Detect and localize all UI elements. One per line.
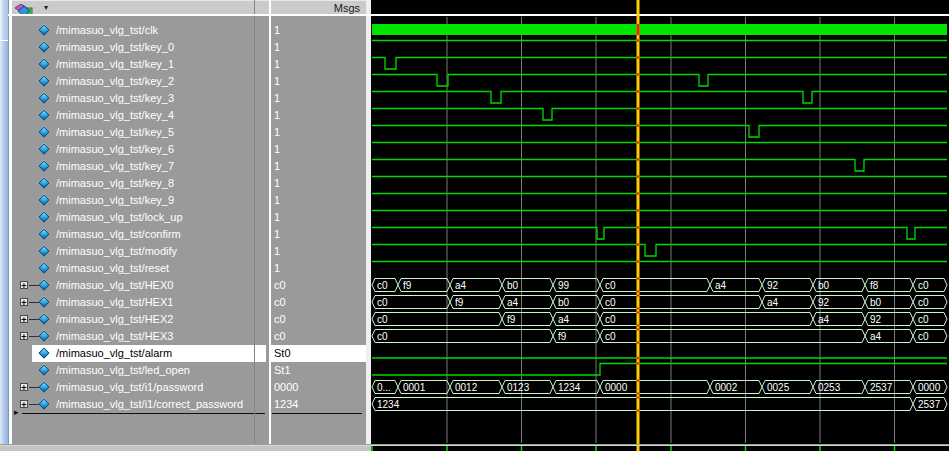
- signal-row-password[interactable]: +/mimasuo_vlg_tst/i1/password: [12, 379, 266, 396]
- signal-diamond-icon: [38, 109, 49, 120]
- signal-name: /mimasuo_vlg_tst/key_8: [56, 175, 174, 192]
- signal-row-correct_password[interactable]: +/mimasuo_vlg_tst/i1/correct_password: [12, 396, 266, 413]
- signal-value-reset: 1: [271, 260, 366, 277]
- signal-name: /mimasuo_vlg_tst/clk: [56, 22, 158, 39]
- signal-row-key_9[interactable]: /mimasuo_vlg_tst/key_9: [12, 192, 266, 209]
- signal-row-confirm[interactable]: /mimasuo_vlg_tst/confirm: [12, 226, 266, 243]
- signal-name: /mimasuo_vlg_tst/key_7: [56, 158, 174, 175]
- signal-row-key_1[interactable]: /mimasuo_vlg_tst/key_1: [12, 56, 266, 73]
- signal-name: /mimasuo_vlg_tst/HEX1: [56, 294, 173, 311]
- signal-diamond-icon: [38, 279, 49, 290]
- signal-row-key_2[interactable]: /mimasuo_vlg_tst/key_2: [12, 73, 266, 90]
- signal-value-modify: 1: [271, 243, 366, 260]
- signal-row-alarm[interactable]: /mimasuo_vlg_tst/alarm: [12, 345, 266, 362]
- signal-diamond-icon: [38, 245, 49, 256]
- signal-names-panel: /mimasuo_vlg_tst/clk/mimasuo_vlg_tst/key…: [12, 0, 266, 444]
- name-column-divider[interactable]: [254, 0, 255, 444]
- signal-row-key_6[interactable]: /mimasuo_vlg_tst/key_6: [12, 141, 266, 158]
- signal-value-key_5: 1: [271, 124, 366, 141]
- expand-plus-icon[interactable]: +: [20, 383, 28, 391]
- signal-row-key_5[interactable]: /mimasuo_vlg_tst/key_5: [12, 124, 266, 141]
- signal-row-led_open[interactable]: /mimasuo_vlg_tst/led_open: [12, 362, 266, 379]
- signal-row-HEX0[interactable]: +/mimasuo_vlg_tst/HEX0: [12, 277, 266, 294]
- signal-diamond-icon: [38, 92, 49, 103]
- expand-plus-icon[interactable]: +: [20, 400, 28, 408]
- expand-plus-icon[interactable]: +: [20, 315, 28, 323]
- signal-value-led_open: St1: [271, 362, 366, 379]
- signal-row-key_3[interactable]: /mimasuo_vlg_tst/key_3: [12, 90, 266, 107]
- signal-name: /mimasuo_vlg_tst/key_5: [56, 124, 174, 141]
- signal-name: /mimasuo_vlg_tst/key_4: [56, 107, 174, 124]
- signal-row-key_4[interactable]: /mimasuo_vlg_tst/key_4: [12, 107, 266, 124]
- signal-value-key_3: 1: [271, 90, 366, 107]
- signal-name: /mimasuo_vlg_tst/modify: [56, 243, 177, 260]
- signal-name: /mimasuo_vlg_tst/key_2: [56, 73, 174, 90]
- expand-plus-icon[interactable]: +: [20, 298, 28, 306]
- signal-diamond-icon: [38, 330, 49, 341]
- signal-diamond-icon: [38, 296, 49, 307]
- values-column-divider[interactable]: [269, 0, 271, 444]
- wave-panel-divider[interactable]: [366, 0, 371, 444]
- signal-value-clk: 1: [271, 22, 366, 39]
- bottom-left-scrollbar-track[interactable]: [0, 446, 371, 451]
- signal-row-HEX1[interactable]: +/mimasuo_vlg_tst/HEX1: [12, 294, 266, 311]
- insertion-line: [22, 413, 265, 414]
- signal-diamond-icon: [38, 211, 49, 222]
- signal-diamond-icon: [38, 160, 49, 171]
- signal-name: /mimasuo_vlg_tst/HEX2: [56, 311, 173, 328]
- signal-name: /mimasuo_vlg_tst/reset: [56, 260, 169, 277]
- signal-diamond-icon: [38, 228, 49, 239]
- signal-row-lock_up[interactable]: /mimasuo_vlg_tst/lock_up: [12, 209, 266, 226]
- signal-diamond-icon: [38, 126, 49, 137]
- signal-value-confirm: 1: [271, 226, 366, 243]
- wave-window: ▾ Msgs /mimasuo_vlg_tst/clk/mimasuo_vlg_…: [0, 0, 949, 451]
- signal-value-password: 0000: [271, 379, 366, 396]
- signal-name: /mimasuo_vlg_tst/lock_up: [56, 209, 183, 226]
- expand-plus-icon[interactable]: +: [20, 281, 28, 289]
- signal-diamond-icon: [38, 364, 49, 375]
- signal-name: /mimasuo_vlg_tst/confirm: [56, 226, 181, 243]
- signal-value-HEX2: c0: [271, 311, 366, 328]
- signal-row-clk[interactable]: /mimasuo_vlg_tst/clk: [12, 22, 266, 39]
- signal-name: /mimasuo_vlg_tst/key_0: [56, 39, 174, 56]
- signal-diamond-icon: [38, 398, 49, 409]
- header-separator: [8, 14, 949, 16]
- scrollbar-thumb[interactable]: [0, 40, 8, 451]
- signal-value-correct_password: 1234: [271, 396, 366, 413]
- signal-name: /mimasuo_vlg_tst/key_6: [56, 141, 174, 158]
- signal-diamond-icon: [38, 143, 49, 154]
- expand-plus-icon[interactable]: +: [20, 332, 28, 340]
- signal-value-lock_up: 1: [271, 209, 366, 226]
- signal-diamond-icon: [38, 24, 49, 35]
- signal-row-HEX2[interactable]: +/mimasuo_vlg_tst/HEX2: [12, 311, 266, 328]
- signal-row-key_0[interactable]: /mimasuo_vlg_tst/key_0: [12, 39, 266, 56]
- signal-name: /mimasuo_vlg_tst/key_3: [56, 90, 174, 107]
- insertion-line: [272, 413, 362, 414]
- signal-value-key_9: 1: [271, 192, 366, 209]
- signal-diamond-icon: [38, 177, 49, 188]
- signal-diamond-icon: [38, 58, 49, 69]
- signal-value-key_6: 1: [271, 141, 366, 158]
- signal-name: /mimasuo_vlg_tst/HEX0: [56, 277, 173, 294]
- right-triangle-marker: ▸: [14, 407, 19, 418]
- signal-diamond-icon: [38, 381, 49, 392]
- signal-name: /mimasuo_vlg_tst/key_9: [56, 192, 174, 209]
- left-vertical-scrollbar[interactable]: [0, 0, 9, 451]
- signal-name: /mimasuo_vlg_tst/led_open: [56, 362, 190, 379]
- timeline-strip: [371, 446, 949, 451]
- signal-row-key_7[interactable]: /mimasuo_vlg_tst/key_7: [12, 158, 266, 175]
- signal-row-modify[interactable]: /mimasuo_vlg_tst/modify: [12, 243, 266, 260]
- signal-value-HEX3: c0: [271, 328, 366, 345]
- signal-value-HEX1: c0: [271, 294, 366, 311]
- signal-name: /mimasuo_vlg_tst/alarm: [56, 345, 172, 362]
- wave-panel[interactable]: [371, 0, 949, 444]
- signal-row-key_8[interactable]: /mimasuo_vlg_tst/key_8: [12, 175, 266, 192]
- signal-diamond-icon: [38, 313, 49, 324]
- signal-name: /mimasuo_vlg_tst/HEX3: [56, 328, 173, 345]
- signal-value-alarm: St0: [271, 345, 366, 362]
- signal-row-HEX3[interactable]: +/mimasuo_vlg_tst/HEX3: [12, 328, 266, 345]
- signal-diamond-icon: [38, 194, 49, 205]
- signal-name: /mimasuo_vlg_tst/key_1: [56, 56, 174, 73]
- signal-row-reset[interactable]: /mimasuo_vlg_tst/reset: [12, 260, 266, 277]
- signal-value-key_1: 1: [271, 56, 366, 73]
